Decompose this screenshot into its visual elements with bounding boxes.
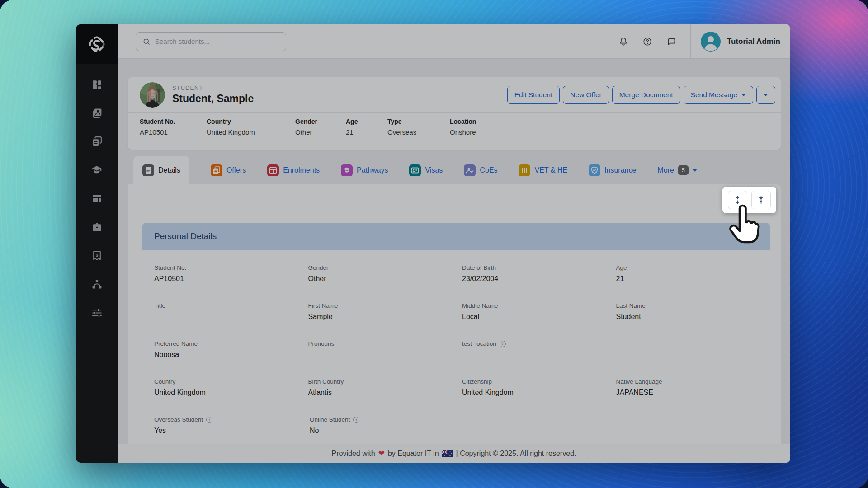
collapse-all-button[interactable]	[751, 191, 771, 209]
tutorial-dim-overlay	[76, 24, 790, 463]
app-window: $	[76, 24, 790, 463]
tutorial-spotlight	[722, 187, 776, 213]
collapse-all-icon	[757, 196, 765, 204]
desktop: $	[0, 0, 868, 488]
expand-all-button[interactable]	[728, 191, 747, 209]
expand-all-icon	[734, 196, 741, 204]
